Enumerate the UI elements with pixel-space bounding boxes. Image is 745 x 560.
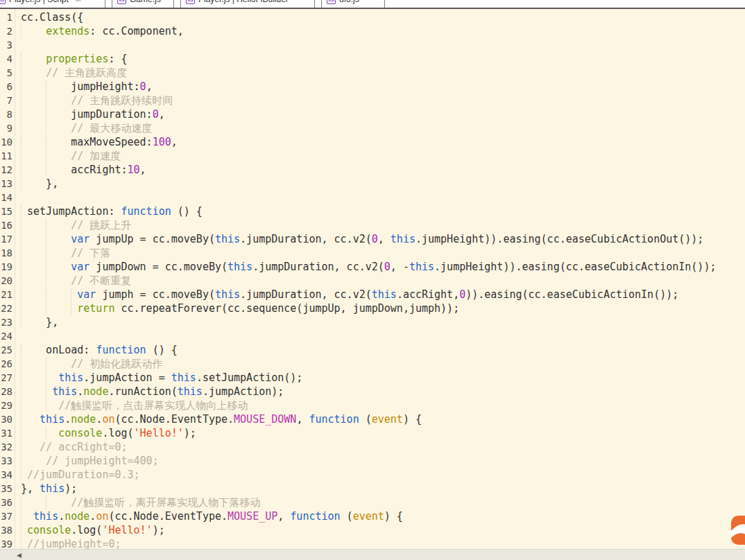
code-text: this.jumpAction = this.setJumpAction(); [21,371,302,385]
code-token: var [71,261,89,273]
code-token: 0 [140,80,146,93]
code-token: , [277,510,290,523]
orange-logo-overlay[interactable] [731,514,745,546]
code-token: // 跳跃上升 [71,219,131,231]
line-number: 35 [0,482,12,496]
code-line: 18 // 下落 [0,246,745,260]
code-token: properties [46,53,108,65]
code-token [21,233,71,245]
code-token [21,274,71,287]
line-number: 33 [0,454,12,468]
code-text: }, [21,315,58,329]
code-token: .jumpHeight)).easing(cc.easeCubicActionO… [416,233,703,245]
line-number: 22 [0,301,12,315]
code-token: 'Hello!' [134,427,184,439]
code-line: 37 this.node.on(cc.Node.EventType.MOUSE_… [0,509,745,523]
code-token: () { [146,344,178,356]
code-line: 25 onLoad: function () { [0,343,745,357]
code-text: cc.Class({ [21,10,83,24]
line-number: 21 [0,288,12,301]
line-number: 34 [0,468,12,482]
horizontal-scrollbar[interactable]: ◀ [0,549,745,560]
tab-ufo-js[interactable]: JSufo.js [321,0,385,8]
code-line: 17 var jumpUp = cc.moveBy(this.jumpDurat… [0,232,745,246]
code-token: 10 [128,164,140,176]
code-token: on [96,510,108,523]
code-text: properties: { [21,52,128,66]
code-line: 31 console.log('Hello!'); [0,426,745,440]
code-token: . [77,385,83,398]
code-token: this [372,288,397,301]
line-number: 13 [0,177,12,191]
code-token: .jumpHeight)).easing(cc.easeCubicActionI… [434,261,716,273]
code-token [21,524,27,536]
code-token: MOUSE_UP [228,510,277,523]
code-line: 11 // 加速度 [0,149,745,163]
code-token [21,150,71,162]
line-number: 9 [0,121,12,135]
line-number: 36 [0,496,12,509]
code-token [21,455,46,467]
code-area: 1cc.Class({2 extends: cc.Component,34 pr… [0,10,745,550]
code-token: function [121,205,171,218]
scroll-left-arrow-icon[interactable]: ◀ [17,551,22,559]
tab-player-js-script[interactable]: JSPlayer.js | Script∞ [0,0,105,8]
line-number: 19 [0,260,12,274]
line-number: 11 [0,149,12,163]
code-token: )).easing(cc.easeCubicActionIn()); [465,288,678,301]
code-editor[interactable]: 1cc.Class({2 extends: cc.Component,34 pr… [0,9,745,550]
code-token: var [77,288,96,301]
code-text: extends: cc.Component, [21,24,184,38]
code-token: // 初始化跳跃动作 [71,358,162,370]
code-token: this [40,482,65,495]
code-token: return [77,302,114,315]
code-token: node [65,510,89,523]
code-token: node [83,385,108,398]
code-token [21,510,33,523]
line-number: 20 [0,274,12,288]
code-token: this [391,233,416,245]
code-token: // 下落 [71,247,110,259]
code-token [21,358,71,370]
code-token: 'Hello!' [102,524,152,536]
code-token: event [353,510,384,523]
line-number: 17 [0,232,12,246]
code-line: 29 //触摸监听，点击屏幕实现人物向上移动 [0,399,745,412]
code-token: this [33,510,58,523]
code-token [21,261,71,273]
line-number: 2 [0,24,12,38]
code-line: 32 // accRight=0; [0,440,745,454]
code-token: . [65,413,71,426]
code-token: : cc.Component, [89,25,183,37]
code-line: 4 properties: { [0,52,745,66]
tab-game-js[interactable]: JSGame.js [112,0,174,8]
code-text: console.log('Hello!'); [21,426,196,440]
code-text: this.node.on(cc.Node.EventType.MOUSE_UP,… [21,509,403,523]
code-token: : { [108,53,127,65]
tabs-row: JSPlayer.js | Script∞JSGame.jsJSPlayer.j… [0,0,745,8]
code-token: cc.Class({ [21,11,83,24]
tab-label: Player.js | HelloFiBuilder [198,0,289,4]
code-text: // jumpHeight=400; [21,454,159,468]
code-token: ); [184,427,196,439]
code-text: var jumph = cc.moveBy(this.jumpDuration,… [21,288,678,301]
code-token [21,53,46,65]
code-token: // jumpHeight=400; [46,455,159,467]
tab-player-js-hellofibuilder[interactable]: JSPlayer.js | HelloFiBuilder [180,0,315,8]
code-text: onLoad: function () { [21,343,178,357]
code-text: accRight:10, [21,163,146,177]
code-token: // 不断重复 [71,274,131,287]
line-number: 15 [0,204,12,218]
code-token: var [71,233,89,245]
code-token: 0 [459,288,465,301]
code-line: 23 }, [0,315,745,329]
code-text: jumpDuration:0, [21,107,165,121]
code-line: 7 // 主角跳跃持续时间 [0,94,745,107]
code-token: () { [171,205,203,218]
infinity-icon[interactable]: ∞ [75,0,82,4]
code-text: //jumDuration=0.3; [21,468,140,482]
code-token: , [159,108,165,121]
code-token: , [146,80,153,93]
code-token: , [378,233,391,245]
code-line: 36 //触摸监听，离开屏幕实现人物下落移动 [0,496,745,509]
